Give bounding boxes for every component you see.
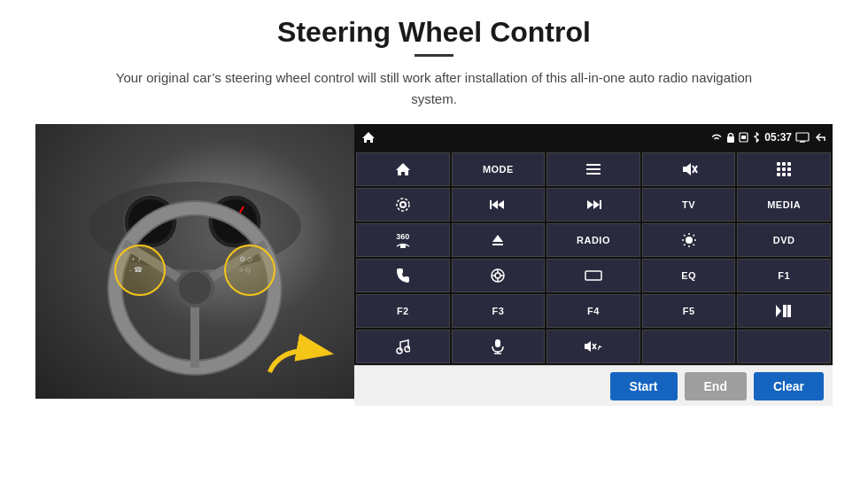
- svg-marker-77: [585, 341, 591, 352]
- svg-text:⚙  ◇: ⚙ ◇: [239, 255, 253, 263]
- svg-rect-71: [787, 305, 791, 317]
- btn-display[interactable]: [546, 259, 640, 292]
- btn-empty2: [737, 330, 831, 363]
- sim-status-icon: [739, 132, 748, 143]
- svg-rect-68: [585, 271, 601, 280]
- svg-rect-41: [787, 173, 791, 176]
- btn-dvd[interactable]: DVD: [737, 223, 831, 257]
- start-button[interactable]: Start: [610, 372, 678, 400]
- svg-rect-39: [777, 173, 780, 176]
- svg-marker-51: [492, 235, 503, 242]
- svg-line-58: [684, 235, 686, 237]
- btn-settings[interactable]: [356, 188, 450, 222]
- clear-button[interactable]: Clear: [754, 372, 824, 400]
- status-bar: 05:37: [354, 124, 833, 151]
- svg-rect-33: [777, 162, 780, 166]
- control-panel: 05:37: [354, 124, 833, 406]
- svg-rect-70: [783, 305, 787, 317]
- svg-marker-44: [492, 200, 498, 209]
- btn-brightness[interactable]: [642, 223, 736, 257]
- screen-status-icon: [795, 132, 810, 143]
- btn-radio[interactable]: RADIO: [546, 223, 640, 257]
- svg-marker-30: [683, 163, 691, 175]
- content-row: + ♪ - ☎ ⚙ ◇ ○ ◇: [35, 124, 833, 406]
- svg-line-60: [693, 235, 694, 237]
- svg-rect-46: [490, 200, 492, 209]
- btn-mic[interactable]: [452, 330, 546, 363]
- end-button[interactable]: End: [685, 372, 747, 400]
- svg-point-63: [495, 273, 500, 278]
- btn-eq[interactable]: EQ: [642, 259, 736, 292]
- btn-360[interactable]: 360: [356, 223, 450, 257]
- btn-home[interactable]: [356, 152, 450, 186]
- btn-volume-phone[interactable]: /: [546, 330, 640, 363]
- btn-empty1: [642, 330, 736, 363]
- svg-rect-40: [782, 173, 786, 176]
- svg-marker-45: [498, 200, 504, 209]
- page-wrapper: Steering Wheel Control Your original car…: [0, 0, 868, 482]
- svg-point-43: [397, 198, 409, 211]
- svg-text:○  ◇: ○ ◇: [239, 266, 252, 274]
- action-bar: Start End Clear: [354, 365, 833, 406]
- svg-rect-52: [492, 244, 503, 245]
- steering-wheel-bg: + ♪ - ☎ ⚙ ◇ ○ ◇: [35, 124, 354, 399]
- btn-f2[interactable]: F2: [356, 294, 450, 328]
- svg-line-61: [684, 245, 686, 246]
- status-time: 05:37: [764, 131, 792, 144]
- svg-marker-47: [593, 200, 600, 209]
- back-status-icon: [813, 132, 825, 143]
- yellow-arrow: [266, 328, 337, 381]
- lock-status-icon: [726, 132, 735, 143]
- title-divider: [415, 54, 453, 57]
- car-image: + ♪ - ☎ ⚙ ◇ ○ ◇: [35, 124, 354, 399]
- wifi-status-icon: [710, 132, 723, 143]
- svg-point-72: [397, 348, 402, 354]
- svg-rect-38: [787, 167, 791, 171]
- button-grid: MODE: [354, 151, 833, 365]
- svg-text:+  ♪: + ♪: [131, 255, 141, 263]
- btn-phone[interactable]: [356, 259, 450, 292]
- home-status-icon: [361, 130, 376, 144]
- svg-marker-69: [776, 305, 781, 317]
- svg-rect-49: [600, 200, 601, 209]
- btn-mute[interactable]: [642, 152, 736, 186]
- svg-point-12: [179, 272, 211, 304]
- btn-media[interactable]: MEDIA: [737, 188, 831, 222]
- btn-navi[interactable]: [452, 259, 546, 292]
- btn-f5[interactable]: F5: [642, 294, 736, 328]
- svg-marker-26: [396, 163, 410, 175]
- svg-rect-23: [741, 136, 746, 139]
- btn-eject[interactable]: [452, 223, 546, 257]
- svg-point-42: [400, 202, 406, 207]
- btn-apps[interactable]: [737, 152, 831, 186]
- status-left: [361, 130, 376, 144]
- page-subtitle: Your original car’s steering wheel contr…: [115, 67, 753, 110]
- page-title: Steering Wheel Control: [277, 16, 591, 49]
- svg-rect-74: [495, 339, 500, 347]
- svg-rect-24: [796, 133, 809, 141]
- svg-rect-37: [782, 167, 786, 171]
- btn-f1[interactable]: F1: [737, 259, 831, 292]
- btn-menu[interactable]: [546, 152, 640, 186]
- btn-mode[interactable]: MODE: [452, 152, 546, 186]
- svg-line-59: [693, 245, 694, 246]
- status-right: 05:37: [710, 131, 825, 144]
- bt-status-icon: [752, 131, 761, 144]
- svg-point-73: [405, 346, 410, 352]
- btn-tv[interactable]: TV: [642, 188, 736, 222]
- svg-rect-35: [787, 162, 791, 166]
- svg-marker-20: [362, 132, 375, 143]
- btn-f3[interactable]: F3: [452, 294, 546, 328]
- svg-rect-50: [400, 245, 406, 248]
- svg-rect-34: [782, 162, 786, 166]
- btn-music[interactable]: [356, 330, 450, 363]
- btn-prev[interactable]: [452, 188, 546, 222]
- btn-play-pause[interactable]: [737, 294, 831, 328]
- svg-rect-21: [727, 136, 734, 143]
- svg-text:-  ☎: - ☎: [129, 266, 143, 274]
- btn-f4[interactable]: F4: [546, 294, 640, 328]
- svg-point-53: [686, 237, 693, 244]
- svg-rect-36: [777, 167, 780, 171]
- svg-marker-48: [587, 200, 593, 209]
- btn-next[interactable]: [546, 188, 640, 222]
